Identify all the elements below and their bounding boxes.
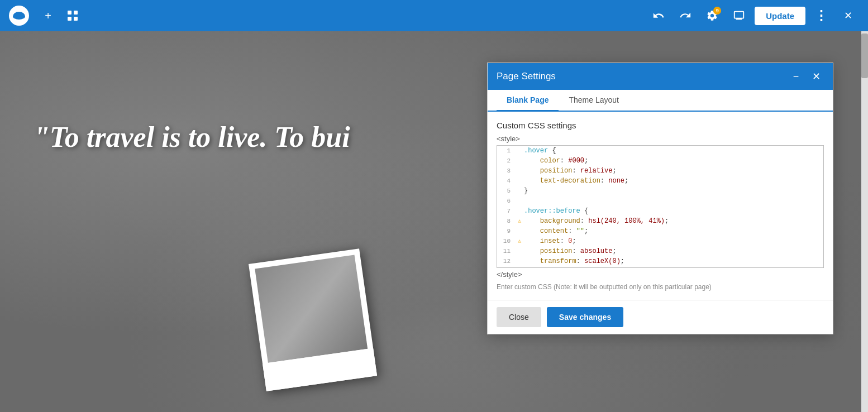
code-line: 9 content: "";: [497, 226, 823, 236]
line-content: color: #000;: [524, 156, 823, 166]
modal-close-button[interactable]: ✕: [808, 69, 824, 84]
line-number: 5: [497, 186, 515, 196]
logo[interactable]: [9, 6, 29, 26]
line-content: transform-origin: right;: [524, 266, 823, 268]
line-warning-icon: ⚠: [515, 236, 524, 246]
page-scrollbar-thumb[interactable]: [861, 33, 868, 78]
code-line: 8⚠ background: hsl(240, 100%, 41%);: [497, 216, 823, 226]
polaroid-photo: [249, 248, 377, 391]
line-number: 3: [497, 166, 515, 176]
topbar: + 9 Update ⋮ ✕: [0, 0, 868, 31]
line-number: 2: [497, 156, 515, 166]
line-number: 11: [497, 246, 515, 256]
line-content: }: [524, 186, 823, 196]
preview-icon: [733, 9, 745, 22]
modal-body: Custom CSS settings <style> 1.hover {2 c…: [488, 112, 833, 300]
line-content: inset: 0;: [524, 236, 823, 246]
tab-blank-page[interactable]: Blank Page: [497, 90, 559, 112]
page-scrollbar[interactable]: [861, 31, 868, 412]
line-content: .hover::before {: [524, 206, 823, 216]
modal-header: Page Settings − ✕: [488, 63, 833, 90]
update-button[interactable]: Update: [755, 7, 805, 25]
code-line: 10⚠ inset: 0;: [497, 236, 823, 246]
code-line: 1.hover {: [497, 146, 823, 156]
code-line: 12 transform: scaleX(0);: [497, 256, 823, 266]
modal-tabs: Blank Page Theme Layout: [488, 90, 833, 112]
logo-icon: [13, 12, 25, 20]
code-line: 7.hover::before {: [497, 206, 823, 216]
code-line: 6: [497, 196, 823, 206]
line-content: content: "";: [524, 226, 823, 236]
add-button[interactable]: +: [37, 4, 59, 27]
code-editor[interactable]: 1.hover {2 color: #000;3 position: relat…: [497, 145, 824, 268]
background-quote: "To travel is to live. To bui: [34, 121, 350, 154]
line-content: .hover {: [524, 146, 823, 156]
undo-icon: [652, 9, 665, 22]
apps-icon: [66, 9, 79, 22]
badge: 9: [713, 7, 721, 15]
line-content: background: hsl(240, 100%, 41%);: [524, 216, 823, 226]
undo-button[interactable]: [647, 4, 670, 27]
line-content: transform: scaleX(0);: [524, 256, 823, 266]
svg-rect-3: [74, 17, 78, 21]
line-number: 9: [497, 226, 515, 236]
code-line: 2 color: #000;: [497, 156, 823, 166]
redo-button[interactable]: [674, 4, 697, 27]
code-line: 11 position: absolute;: [497, 246, 823, 256]
line-number: 10: [497, 236, 515, 246]
code-line: 13 transform-origin: right;: [497, 266, 823, 268]
code-line: 5}: [497, 186, 823, 196]
style-close-tag: </style>: [497, 270, 824, 279]
svg-rect-1: [74, 11, 78, 15]
page-settings-modal[interactable]: Page Settings − ✕ Blank Page Theme Layou…: [487, 63, 833, 334]
line-content: [524, 196, 823, 206]
polaroid-image: [255, 255, 368, 362]
redo-icon: [679, 9, 691, 22]
modal-title: Page Settings: [497, 71, 556, 82]
line-number: 7: [497, 206, 515, 216]
preview-button[interactable]: [728, 4, 750, 27]
style-open-tag: <style>: [497, 135, 824, 143]
svg-rect-2: [68, 17, 71, 21]
settings-button[interactable]: 9: [701, 4, 723, 27]
line-number: 13: [497, 266, 515, 268]
hint-text: Enter custom CSS (Note: it will be outpu…: [497, 283, 824, 291]
line-number: 1: [497, 146, 515, 156]
close-button[interactable]: Close: [497, 307, 541, 327]
more-button[interactable]: ⋮: [810, 4, 832, 27]
line-content: position: relative;: [524, 166, 823, 176]
code-line: 3 position: relative;: [497, 166, 823, 176]
apps-button[interactable]: [61, 4, 84, 27]
modal-footer: Close Save changes: [488, 300, 833, 334]
save-changes-button[interactable]: Save changes: [547, 307, 623, 327]
modal-minimize-button[interactable]: −: [788, 69, 804, 84]
svg-rect-0: [68, 11, 71, 15]
section-title: Custom CSS settings: [497, 121, 824, 130]
line-warning-icon: ⚠: [515, 216, 524, 226]
line-number: 12: [497, 256, 515, 266]
line-content: text-decoration: none;: [524, 176, 823, 186]
tab-theme-layout[interactable]: Theme Layout: [559, 90, 629, 112]
close-topbar-button[interactable]: ✕: [837, 4, 859, 27]
line-number: 4: [497, 176, 515, 186]
topbar-right: 9 Update ⋮ ✕: [647, 4, 859, 27]
line-content: position: absolute;: [524, 246, 823, 256]
line-number: 8: [497, 216, 515, 226]
modal-header-actions: − ✕: [788, 69, 824, 84]
code-line: 4 text-decoration: none;: [497, 176, 823, 186]
line-number: 6: [497, 196, 515, 206]
